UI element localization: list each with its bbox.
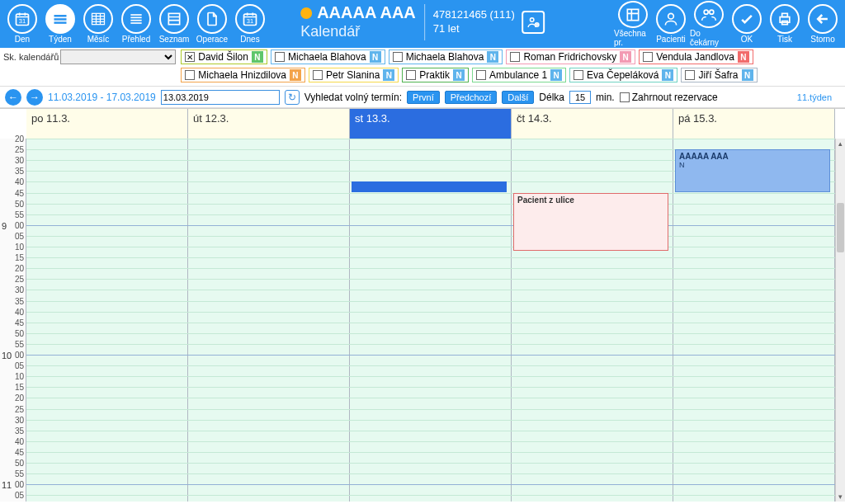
calendar-chip[interactable]: Michaela BlahovaN bbox=[271, 49, 385, 64]
toolbar-vsechna-button[interactable]: Všechna pr. bbox=[614, 1, 652, 47]
chip-n-badge[interactable]: N bbox=[252, 51, 263, 63]
tisk-icon bbox=[770, 4, 800, 34]
toolbar-tisk-button[interactable]: Tisk bbox=[766, 1, 804, 47]
toolbar-seznam-button[interactable]: Seznam bbox=[155, 1, 193, 47]
calendar-event[interactable] bbox=[352, 181, 507, 192]
chip-n-badge[interactable]: N bbox=[742, 69, 753, 81]
chip-n-badge[interactable]: N bbox=[550, 69, 562, 81]
week-number: 11.týden bbox=[797, 92, 840, 102]
vertical-scrollbar[interactable]: ▴ ▾ bbox=[835, 139, 845, 502]
calendar-chip[interactable]: Jiří ŠafraN bbox=[681, 68, 757, 82]
chip-n-badge[interactable]: N bbox=[383, 69, 394, 81]
scroll-down-icon[interactable]: ▾ bbox=[836, 492, 845, 502]
minute-label: 00 bbox=[15, 351, 24, 360]
calendar-chip[interactable]: Roman FridrichovskyN bbox=[506, 49, 635, 64]
chip-checkbox[interactable] bbox=[393, 52, 403, 62]
toolbar-den-button[interactable]: 31Den bbox=[3, 1, 41, 47]
patient-age: 71 let bbox=[433, 22, 515, 35]
ok-icon bbox=[732, 4, 762, 34]
top-toolbar: 31DenTýdenMěsícPřehledSeznamOperace31Dne… bbox=[0, 0, 845, 48]
include-reservations-checkbox[interactable] bbox=[620, 92, 630, 102]
chip-checkbox[interactable] bbox=[313, 70, 323, 80]
day-header[interactable]: pá 15.3. bbox=[673, 109, 835, 139]
scroll-thumb[interactable] bbox=[837, 203, 844, 252]
calendar-chip[interactable]: Michaela BlahovaN bbox=[389, 49, 503, 64]
toolbar-operace-button[interactable]: Operace bbox=[193, 1, 231, 47]
chip-n-badge[interactable]: N bbox=[290, 69, 301, 81]
calendar-chip[interactable]: Ambulance 1N bbox=[472, 68, 566, 82]
toolbar-mesic-button[interactable]: Měsíc bbox=[79, 1, 117, 47]
svg-rect-2 bbox=[54, 15, 67, 17]
hour-label: 11 bbox=[2, 480, 12, 490]
grid-body[interactable]: Pacient z uliceAAAAA AAAN bbox=[26, 139, 835, 502]
minute-label: 35 bbox=[15, 426, 24, 436]
operace-icon bbox=[197, 4, 227, 34]
calendar-event[interactable]: Pacient z ulice bbox=[513, 193, 668, 252]
header-center: AAAAA AAA Kalendář 478121465 (111) 71 le… bbox=[300, 3, 545, 40]
toolbar-docekamy-button[interactable]: Do čekárny bbox=[690, 1, 728, 47]
minute-label: 30 bbox=[15, 416, 24, 425]
calendar-chip[interactable]: ✕David ŠilonN bbox=[181, 49, 267, 64]
prev-week-button[interactable]: ← bbox=[5, 89, 21, 106]
refresh-button[interactable]: ↻ bbox=[285, 90, 300, 105]
chip-n-badge[interactable]: N bbox=[662, 69, 673, 81]
chip-label: Michaela Blahova bbox=[288, 51, 366, 63]
day-header[interactable]: st 13.3. bbox=[350, 109, 512, 139]
calendar-chip[interactable]: PraktikN bbox=[402, 68, 469, 82]
toolbar-dnes-button[interactable]: 31Dnes bbox=[231, 1, 269, 47]
next-slot-button[interactable]: Další bbox=[502, 91, 534, 104]
toolbar-storno-button[interactable]: Storno bbox=[804, 1, 842, 47]
chip-n-badge[interactable]: N bbox=[453, 69, 465, 81]
chip-n-badge[interactable]: N bbox=[487, 51, 498, 63]
chip-checkbox[interactable] bbox=[510, 52, 520, 62]
toolbar-ok-button[interactable]: OK bbox=[728, 1, 766, 47]
toolbar-prehled-button[interactable]: Přehled bbox=[117, 1, 155, 47]
section-title: Kalendář bbox=[300, 23, 416, 40]
next-week-button[interactable]: → bbox=[26, 89, 43, 106]
prehled-icon bbox=[121, 4, 151, 34]
patient-card-icon[interactable] bbox=[522, 11, 545, 34]
svg-rect-10 bbox=[168, 13, 179, 24]
minute-label: 05 bbox=[15, 361, 24, 370]
calendar-chip[interactable]: Petr SlaninaN bbox=[309, 68, 399, 82]
chip-checkbox[interactable] bbox=[406, 70, 416, 80]
chip-n-badge[interactable]: N bbox=[738, 51, 749, 63]
chip-n-badge[interactable]: N bbox=[370, 51, 381, 63]
toolbar-label: Týden bbox=[49, 35, 72, 44]
chip-checkbox[interactable] bbox=[574, 70, 583, 80]
chip-checkbox[interactable] bbox=[476, 70, 486, 80]
toolbar-label: Pacienti bbox=[656, 35, 686, 44]
day-header[interactable]: čt 14.3. bbox=[512, 109, 673, 139]
minute-label: 25 bbox=[15, 275, 24, 284]
day-header[interactable]: út 12.3. bbox=[188, 109, 350, 139]
calendar-event[interactable]: AAAAA AAAN bbox=[675, 149, 830, 192]
first-slot-button[interactable]: První bbox=[407, 91, 440, 104]
calendar-chip[interactable]: Vendula JandlovaN bbox=[639, 49, 753, 64]
chip-checkbox[interactable] bbox=[643, 52, 653, 62]
prev-slot-button[interactable]: Předchozí bbox=[445, 91, 498, 104]
chip-label: Ambulance 1 bbox=[489, 69, 547, 81]
chip-n-badge[interactable]: N bbox=[620, 51, 631, 63]
status-dot-icon bbox=[300, 7, 312, 19]
chip-checkbox[interactable] bbox=[185, 70, 195, 80]
toolbar-label: Všechna pr. bbox=[614, 29, 652, 47]
calendar-chip[interactable]: Eva ČepelákováN bbox=[569, 68, 677, 82]
minute-label: 55 bbox=[15, 469, 24, 478]
chip-checkbox[interactable] bbox=[685, 70, 695, 80]
minute-label: 05 bbox=[15, 232, 24, 241]
chip-checkbox[interactable]: ✕ bbox=[185, 52, 195, 62]
den-icon: 31 bbox=[7, 4, 37, 34]
date-picker[interactable] bbox=[161, 90, 280, 105]
calendar-chip[interactable]: Michaela HnizdilovaN bbox=[181, 68, 305, 82]
chip-checkbox[interactable] bbox=[275, 52, 285, 62]
day-header[interactable]: po 11.3. bbox=[26, 109, 188, 139]
calendar-group-select[interactable] bbox=[60, 49, 176, 64]
toolbar-pacienti-button[interactable]: Pacienti bbox=[652, 1, 690, 47]
toolbar-tyden-button[interactable]: Týden bbox=[41, 1, 79, 47]
minute-label: 50 bbox=[15, 329, 24, 338]
minute-label: 50 bbox=[15, 200, 24, 209]
minute-label: 35 bbox=[15, 167, 24, 176]
svg-text:31: 31 bbox=[247, 17, 253, 25]
scroll-up-icon[interactable]: ▴ bbox=[836, 139, 845, 148]
length-input[interactable] bbox=[569, 91, 591, 104]
